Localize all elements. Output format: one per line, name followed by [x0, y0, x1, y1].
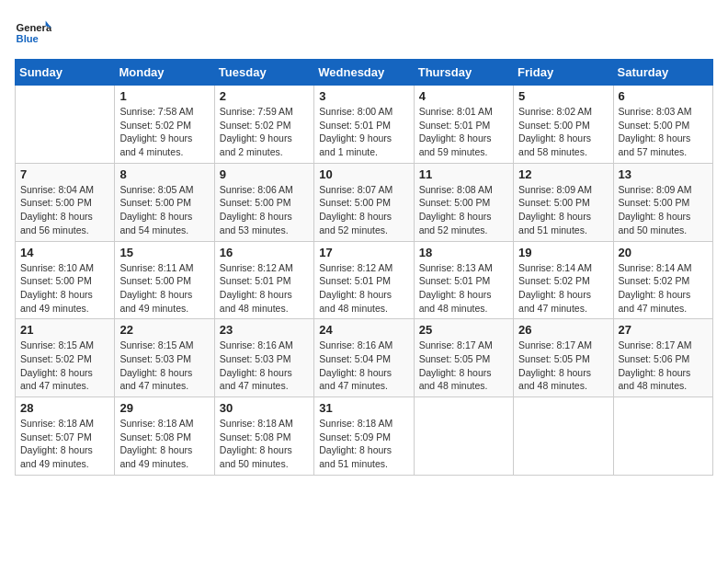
calendar-cell [16, 86, 115, 164]
cell-date-number: 15 [119, 246, 209, 259]
calendar-cell: 28Sunrise: 8:18 AMSunset: 5:07 PMDayligh… [16, 397, 115, 476]
calendar-cell: 29Sunrise: 8:18 AMSunset: 5:08 PMDayligh… [115, 397, 214, 476]
cell-date-number: 5 [518, 89, 608, 103]
cell-date-number: 12 [518, 167, 608, 181]
calendar-table: SundayMondayTuesdayWednesdayThursdayFrid… [15, 59, 713, 476]
calendar-cell: 4Sunrise: 8:01 AMSunset: 5:01 PMDaylight… [414, 86, 513, 164]
calendar-cell: 20Sunrise: 8:14 AMSunset: 5:02 PMDayligh… [613, 241, 712, 319]
cell-sun-info: Sunrise: 8:17 AMSunset: 5:06 PMDaylight:… [619, 339, 708, 393]
calendar-cell: 16Sunrise: 8:12 AMSunset: 5:01 PMDayligh… [214, 241, 313, 319]
svg-text:Blue: Blue [17, 33, 39, 44]
calendar-cell: 31Sunrise: 8:18 AMSunset: 5:09 PMDayligh… [314, 397, 414, 476]
page-header: General Blue [15, 15, 713, 52]
cell-sun-info: Sunrise: 8:18 AMSunset: 5:08 PMDaylight:… [119, 417, 209, 471]
cell-sun-info: Sunrise: 8:14 AMSunset: 5:02 PMDaylight:… [518, 261, 608, 316]
calendar-cell: 7Sunrise: 8:04 AMSunset: 5:00 PMDaylight… [16, 163, 115, 241]
cell-date-number: 28 [20, 401, 109, 415]
calendar-cell: 11Sunrise: 8:08 AMSunset: 5:00 PMDayligh… [414, 163, 513, 241]
cell-sun-info: Sunrise: 8:02 AMSunset: 5:00 PMDaylight:… [518, 105, 608, 159]
cell-sun-info: Sunrise: 8:18 AMSunset: 5:07 PMDaylight:… [20, 417, 109, 471]
day-header-saturday: Saturday [613, 60, 712, 86]
cell-date-number: 20 [619, 246, 708, 259]
cell-sun-info: Sunrise: 8:17 AMSunset: 5:05 PMDaylight:… [419, 339, 508, 393]
calendar-week-row: 14Sunrise: 8:10 AMSunset: 5:00 PMDayligh… [16, 241, 713, 319]
cell-sun-info: Sunrise: 8:17 AMSunset: 5:05 PMDaylight:… [518, 339, 608, 393]
calendar-cell: 23Sunrise: 8:16 AMSunset: 5:03 PMDayligh… [214, 319, 313, 397]
calendar-cell: 26Sunrise: 8:17 AMSunset: 5:05 PMDayligh… [514, 319, 613, 397]
day-header-tuesday: Tuesday [214, 60, 313, 86]
cell-sun-info: Sunrise: 8:00 AMSunset: 5:01 PMDaylight:… [319, 105, 408, 159]
cell-sun-info: Sunrise: 8:10 AMSunset: 5:00 PMDaylight:… [20, 261, 109, 316]
cell-date-number: 17 [319, 246, 408, 259]
cell-date-number: 16 [220, 246, 309, 259]
calendar-cell [514, 397, 613, 476]
cell-sun-info: Sunrise: 8:12 AMSunset: 5:01 PMDaylight:… [319, 261, 408, 316]
day-header-friday: Friday [514, 60, 613, 86]
calendar-cell: 13Sunrise: 8:09 AMSunset: 5:00 PMDayligh… [613, 163, 712, 241]
cell-date-number: 7 [20, 167, 109, 181]
cell-sun-info: Sunrise: 7:58 AMSunset: 5:02 PMDaylight:… [119, 105, 209, 159]
cell-sun-info: Sunrise: 8:11 AMSunset: 5:00 PMDaylight:… [119, 261, 209, 316]
cell-date-number: 24 [319, 323, 408, 337]
calendar-cell: 3Sunrise: 8:00 AMSunset: 5:01 PMDaylight… [314, 86, 414, 164]
calendar-cell: 5Sunrise: 8:02 AMSunset: 5:00 PMDaylight… [514, 86, 613, 164]
calendar-cell: 27Sunrise: 8:17 AMSunset: 5:06 PMDayligh… [613, 319, 712, 397]
calendar-week-row: 7Sunrise: 8:04 AMSunset: 5:00 PMDaylight… [16, 163, 713, 241]
calendar-cell: 19Sunrise: 8:14 AMSunset: 5:02 PMDayligh… [514, 241, 613, 319]
calendar-cell: 9Sunrise: 8:06 AMSunset: 5:00 PMDaylight… [214, 163, 313, 241]
logo: General Blue [15, 15, 55, 52]
cell-sun-info: Sunrise: 8:09 AMSunset: 5:00 PMDaylight:… [518, 183, 608, 237]
cell-date-number: 29 [119, 401, 209, 415]
cell-date-number: 9 [220, 167, 309, 181]
cell-sun-info: Sunrise: 8:05 AMSunset: 5:00 PMDaylight:… [119, 183, 209, 237]
cell-sun-info: Sunrise: 8:07 AMSunset: 5:00 PMDaylight:… [319, 183, 408, 237]
calendar-cell: 2Sunrise: 7:59 AMSunset: 5:02 PMDaylight… [214, 86, 313, 164]
cell-sun-info: Sunrise: 8:15 AMSunset: 5:02 PMDaylight:… [20, 339, 109, 393]
day-header-thursday: Thursday [414, 60, 513, 86]
calendar-cell: 21Sunrise: 8:15 AMSunset: 5:02 PMDayligh… [16, 319, 115, 397]
cell-date-number: 27 [619, 323, 708, 337]
cell-sun-info: Sunrise: 8:06 AMSunset: 5:00 PMDaylight:… [220, 183, 309, 237]
cell-date-number: 3 [319, 89, 408, 103]
cell-date-number: 25 [419, 323, 508, 337]
cell-sun-info: Sunrise: 8:08 AMSunset: 5:00 PMDaylight:… [419, 183, 508, 237]
calendar-cell: 17Sunrise: 8:12 AMSunset: 5:01 PMDayligh… [314, 241, 414, 319]
day-header-sunday: Sunday [16, 60, 115, 86]
calendar-week-row: 21Sunrise: 8:15 AMSunset: 5:02 PMDayligh… [16, 319, 713, 397]
calendar-header-row: SundayMondayTuesdayWednesdayThursdayFrid… [16, 60, 713, 86]
calendar-cell: 6Sunrise: 8:03 AMSunset: 5:00 PMDaylight… [613, 86, 712, 164]
cell-date-number: 23 [220, 323, 309, 337]
cell-date-number: 22 [119, 323, 209, 337]
cell-sun-info: Sunrise: 8:14 AMSunset: 5:02 PMDaylight:… [619, 261, 708, 316]
cell-sun-info: Sunrise: 8:16 AMSunset: 5:03 PMDaylight:… [220, 339, 309, 393]
cell-sun-info: Sunrise: 8:03 AMSunset: 5:00 PMDaylight:… [619, 105, 708, 159]
cell-date-number: 1 [119, 89, 209, 103]
cell-date-number: 4 [419, 89, 508, 103]
cell-sun-info: Sunrise: 8:16 AMSunset: 5:04 PMDaylight:… [319, 339, 408, 393]
cell-sun-info: Sunrise: 7:59 AMSunset: 5:02 PMDaylight:… [220, 105, 309, 159]
cell-sun-info: Sunrise: 8:01 AMSunset: 5:01 PMDaylight:… [419, 105, 508, 159]
cell-date-number: 11 [419, 167, 508, 181]
calendar-cell: 8Sunrise: 8:05 AMSunset: 5:00 PMDaylight… [115, 163, 214, 241]
cell-sun-info: Sunrise: 8:04 AMSunset: 5:00 PMDaylight:… [20, 183, 109, 237]
calendar-cell: 25Sunrise: 8:17 AMSunset: 5:05 PMDayligh… [414, 319, 513, 397]
cell-date-number: 31 [319, 401, 408, 415]
calendar-cell: 30Sunrise: 8:18 AMSunset: 5:08 PMDayligh… [214, 397, 313, 476]
cell-date-number: 6 [619, 89, 708, 103]
day-header-wednesday: Wednesday [314, 60, 414, 86]
calendar-cell: 14Sunrise: 8:10 AMSunset: 5:00 PMDayligh… [16, 241, 115, 319]
cell-date-number: 10 [319, 167, 408, 181]
calendar-cell: 1Sunrise: 7:58 AMSunset: 5:02 PMDaylight… [115, 86, 214, 164]
calendar-cell [414, 397, 513, 476]
cell-sun-info: Sunrise: 8:18 AMSunset: 5:08 PMDaylight:… [220, 417, 309, 471]
calendar-cell: 15Sunrise: 8:11 AMSunset: 5:00 PMDayligh… [115, 241, 214, 319]
cell-date-number: 8 [119, 167, 209, 181]
day-header-monday: Monday [115, 60, 214, 86]
cell-date-number: 14 [20, 246, 109, 259]
cell-sun-info: Sunrise: 8:13 AMSunset: 5:01 PMDaylight:… [419, 261, 508, 316]
cell-date-number: 21 [20, 323, 109, 337]
calendar-week-row: 28Sunrise: 8:18 AMSunset: 5:07 PMDayligh… [16, 397, 713, 476]
cell-sun-info: Sunrise: 8:12 AMSunset: 5:01 PMDaylight:… [220, 261, 309, 316]
cell-date-number: 13 [619, 167, 708, 181]
calendar-cell: 24Sunrise: 8:16 AMSunset: 5:04 PMDayligh… [314, 319, 414, 397]
